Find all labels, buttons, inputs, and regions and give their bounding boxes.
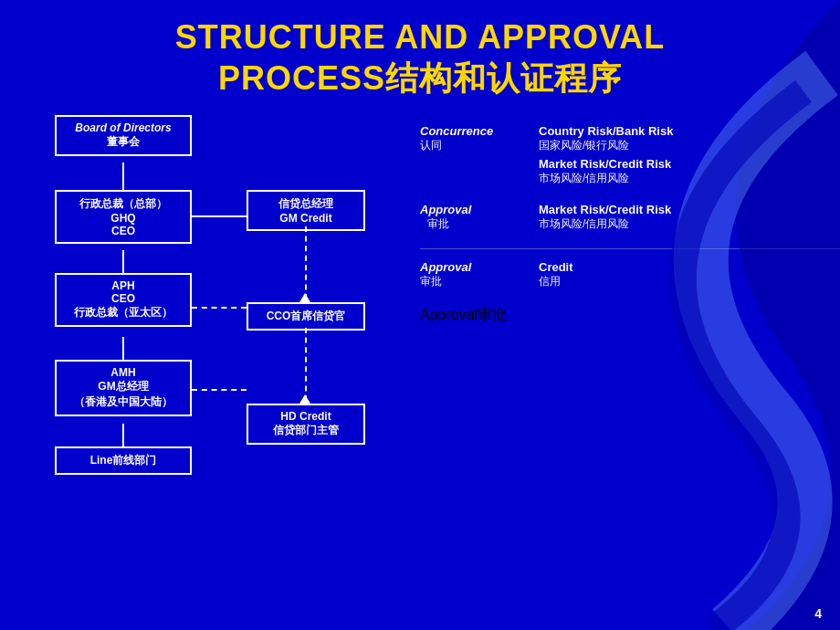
info-section-approval2: Approval 审批 Credit 信用 bbox=[420, 260, 840, 289]
concurrence-item2-zh: 市场风险/信用风险 bbox=[539, 171, 673, 186]
aph-line3: 行政总裁（亚太区） bbox=[64, 305, 183, 320]
info-divider bbox=[420, 248, 840, 249]
info-panel: Concurrence 认同 Country Risk/Bank Risk 国家… bbox=[420, 124, 840, 572]
info-row-approval2: Approval 审批 Credit 信用 bbox=[420, 260, 840, 289]
org-chart: Board of Directors 董事会 行政总裁（总部） GHQ CEO bbox=[27, 115, 383, 572]
page-number: 4 bbox=[814, 606, 822, 621]
amh-line3: （香港及中国大陆） bbox=[64, 394, 183, 410]
line-ghq-h bbox=[192, 215, 247, 217]
line-dept-text: Line前线部门 bbox=[64, 453, 183, 468]
concurrence-content: Country Risk/Bank Risk 国家风险/银行风险 Market … bbox=[539, 124, 673, 186]
info-section-approval3: Approval审批 bbox=[420, 306, 840, 325]
approval1-label: Approval 审批 bbox=[420, 203, 539, 232]
concurrence-item1-zh: 国家风险/银行风险 bbox=[539, 138, 673, 153]
approval1-item1-en: Market Risk/Credit Risk bbox=[539, 203, 671, 216]
concurrence-en: Concurrence bbox=[420, 124, 539, 138]
hd-credit-box: HD Credit 信贷部门主管 bbox=[247, 404, 365, 445]
ghq-line1: 行政总裁（总部） bbox=[64, 196, 183, 212]
dash-gm-to-cco bbox=[305, 226, 307, 299]
concurrence-label: Concurrence 认同 bbox=[420, 124, 539, 153]
concurrence-zh: 认同 bbox=[420, 138, 539, 153]
dash-amh-h bbox=[192, 389, 247, 391]
info-row-concurrence: Concurrence 认同 Country Risk/Bank Risk 国家… bbox=[420, 124, 840, 186]
concurrence-item1-en: Country Risk/Bank Risk bbox=[539, 124, 673, 138]
info-section-concurrence: Concurrence 认同 Country Risk/Bank Risk 国家… bbox=[420, 124, 840, 186]
hd-credit-line1: HD Credit bbox=[256, 410, 356, 423]
board-box: Board of Directors 董事会 bbox=[55, 115, 192, 156]
approval2-item1-zh: 信用 bbox=[539, 274, 573, 289]
gm-credit-line1: 信贷总经理 bbox=[256, 196, 356, 212]
approval2-zh: 审批 bbox=[420, 274, 539, 289]
gm-credit-box: 信贷总经理 GM Credit bbox=[247, 190, 365, 231]
amh-box: AMH GM总经理 （香港及中国大陆） bbox=[55, 360, 192, 416]
aph-box: APH CEO 行政总裁（亚太区） bbox=[55, 273, 192, 327]
cco-text: CCO首席信贷官 bbox=[256, 309, 356, 324]
title-line2: PROCESS结构和认证程序 bbox=[0, 58, 840, 99]
gm-credit-line2: GM Credit bbox=[256, 212, 356, 225]
board-en: Board of Directors bbox=[64, 121, 183, 134]
ghq-line2: GHQ bbox=[64, 212, 183, 225]
ghq-box: 行政总裁（总部） GHQ CEO bbox=[55, 190, 192, 244]
approval1-en: Approval bbox=[420, 203, 539, 216]
concurrence-item2-en: Market Risk/Credit Risk bbox=[539, 157, 673, 171]
approval2-label: Approval 审批 bbox=[420, 260, 539, 289]
arrow-up-cco bbox=[299, 293, 310, 302]
amh-line2: GM总经理 bbox=[64, 379, 183, 394]
slide-title: STRUCTURE AND APPROVAL PROCESS结构和认证程序 bbox=[0, 0, 840, 99]
ghq-line3: CEO bbox=[64, 225, 183, 237]
info-row-approval1: Approval 审批 Market Risk/Credit Risk 市场风险… bbox=[420, 203, 840, 232]
approval2-item1-en: Credit bbox=[539, 260, 573, 274]
aph-line2: CEO bbox=[64, 292, 183, 305]
line-amh-to-line bbox=[122, 424, 124, 446]
approval2-en: Approval bbox=[420, 260, 539, 274]
line-board-to-ghq bbox=[122, 163, 124, 190]
aph-line1: APH bbox=[64, 279, 183, 292]
dash-aph-h bbox=[192, 307, 247, 309]
approval2-content: Credit 信用 bbox=[539, 260, 573, 289]
title-line1: STRUCTURE AND APPROVAL bbox=[0, 16, 840, 58]
info-section-approval1: Approval 审批 Market Risk/Credit Risk 市场风险… bbox=[420, 203, 840, 232]
approval1-content: Market Risk/Credit Risk 市场风险/信用风险 bbox=[539, 203, 671, 232]
board-zh: 董事会 bbox=[64, 134, 183, 150]
approval1-item1-zh: 市场风险/信用风险 bbox=[539, 216, 671, 232]
approval1-zh: 审批 bbox=[427, 216, 539, 232]
line-ghq-to-aph bbox=[122, 250, 124, 273]
line-aph-to-amh bbox=[122, 337, 124, 360]
hd-credit-line2: 信贷部门主管 bbox=[256, 423, 356, 438]
line-dept-box: Line前线部门 bbox=[55, 446, 192, 475]
amh-line1: AMH bbox=[64, 366, 183, 379]
arrow-up-hd bbox=[299, 394, 310, 404]
dash-cco-to-hd bbox=[305, 328, 307, 401]
cco-box: CCO首席信贷官 bbox=[247, 302, 365, 331]
approval3-text: Approval审批 bbox=[420, 306, 840, 325]
